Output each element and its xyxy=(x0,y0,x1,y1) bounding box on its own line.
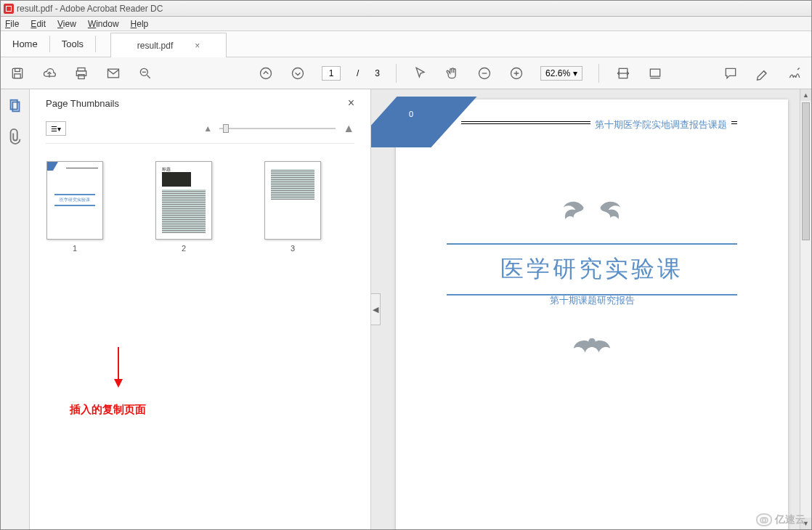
svg-rect-5 xyxy=(78,74,84,78)
small-thumb-icon[interactable]: ▲ xyxy=(203,123,212,134)
svg-rect-13 xyxy=(650,69,659,76)
tab-separator xyxy=(95,36,96,52)
annotation-arrow xyxy=(111,347,126,390)
hand-icon[interactable] xyxy=(444,65,460,81)
page-number-input[interactable] xyxy=(322,66,341,81)
fit-width-icon[interactable] xyxy=(615,65,631,81)
thumbnails-controls: ☰▾ ▲ ▲ xyxy=(46,117,354,144)
cloud-icon[interactable] xyxy=(41,65,57,81)
menu-file[interactable]: File xyxy=(5,19,19,29)
tab-document[interactable]: result.pdf × xyxy=(110,33,227,57)
scroll-up-button[interactable]: ▲ xyxy=(800,89,811,101)
close-panel-icon[interactable]: × xyxy=(348,97,354,110)
menu-view[interactable]: View xyxy=(57,19,76,29)
highlight-icon[interactable] xyxy=(755,65,771,81)
svg-point-9 xyxy=(293,68,304,78)
thumbnail-2-label: 2 xyxy=(182,244,186,253)
thumbnails-rail-icon[interactable] xyxy=(7,98,23,114)
chevron-down-icon: ▾ xyxy=(573,68,577,78)
window-title: result.pdf - Adobe Acrobat Reader DC xyxy=(17,4,163,14)
main-title: 医学研究实验课 xyxy=(447,253,737,285)
menu-help[interactable]: Help xyxy=(131,19,149,29)
thumbnails-panel: Page Thumbnails × ☰▾ ▲ ▲ 医学研究实验课 1 标题 xyxy=(30,89,371,529)
thumbnail-1-label: 1 xyxy=(73,244,77,253)
tab-tools[interactable]: Tools xyxy=(50,31,95,57)
zoom-in-icon[interactable] xyxy=(508,65,524,81)
corner-number: 0 xyxy=(409,110,413,118)
toolbar-separator xyxy=(598,64,599,83)
thumbnails-title: Page Thumbnails xyxy=(46,98,119,109)
page-down-icon[interactable] xyxy=(290,65,306,81)
navigation-rail xyxy=(1,89,30,529)
annotation-text: 插入的复制页面 xyxy=(70,403,146,417)
thumbnail-1[interactable]: 医学研究实验课 1 xyxy=(46,161,104,253)
thumbnail-3[interactable]: 3 xyxy=(264,161,322,253)
attachments-rail-icon[interactable] xyxy=(7,129,23,144)
thumbnail-1-preview: 医学研究实验课 xyxy=(46,161,103,240)
svg-point-8 xyxy=(261,68,272,78)
zoom-out-search-icon[interactable] xyxy=(137,65,153,81)
page-up-icon[interactable] xyxy=(258,65,274,81)
thumbnail-3-preview xyxy=(264,161,321,240)
toolbar: / 3 62.6%▾ xyxy=(1,57,811,89)
thumbnails-list: 医学研究实验课 1 标题 2 3 xyxy=(46,144,354,253)
page-total: 3 xyxy=(375,68,380,78)
toolbar-separator xyxy=(396,64,397,83)
subtitle: 第十期课题研究报告 xyxy=(396,294,788,307)
decorative-flourish-bottom xyxy=(572,332,612,363)
watermark: 亿速云 xyxy=(756,513,805,526)
print-icon[interactable] xyxy=(73,65,89,81)
tab-document-label: result.pdf xyxy=(137,41,173,51)
thumbnail-3-label: 3 xyxy=(291,244,295,253)
mail-icon[interactable] xyxy=(105,65,121,81)
main-title-block: 医学研究实验课 xyxy=(447,243,737,295)
menu-window[interactable]: Window xyxy=(88,19,119,29)
tab-home[interactable]: Home xyxy=(1,31,49,57)
pointer-icon[interactable] xyxy=(413,65,429,81)
menu-edit[interactable]: Edit xyxy=(31,19,46,29)
scroll-thumb[interactable] xyxy=(802,102,810,240)
svg-marker-17 xyxy=(114,379,123,388)
page-header-text: 第十期医学院实地调查报告课题 xyxy=(590,118,731,131)
vertical-scrollbar[interactable]: ▲ ▼ xyxy=(800,89,811,529)
large-thumb-icon[interactable]: ▲ xyxy=(343,122,354,135)
thumbnail-2[interactable]: 标题 2 xyxy=(155,161,213,253)
sign-icon[interactable] xyxy=(787,65,803,81)
menu-bar: File Edit View Window Help xyxy=(1,17,811,31)
watermark-text: 亿速云 xyxy=(775,513,805,526)
page-separator: / xyxy=(357,68,359,78)
svg-rect-1 xyxy=(15,68,20,71)
thumbnails-options-dropdown[interactable]: ☰▾ xyxy=(46,121,66,136)
collapse-panel-button[interactable]: ◀ xyxy=(371,293,381,325)
save-icon[interactable] xyxy=(9,65,25,81)
zoom-value: 62.6% xyxy=(545,68,570,78)
page-1: 0 第十期医学院实地调查报告课题 医学研究实验课 第十期课题研究报告 xyxy=(396,99,788,529)
thumbnail-size-slider[interactable] xyxy=(219,128,336,129)
zoom-dropdown[interactable]: 62.6%▾ xyxy=(540,66,582,81)
svg-rect-2 xyxy=(15,73,20,78)
watermark-icon xyxy=(756,513,772,526)
fit-page-icon[interactable] xyxy=(647,65,663,81)
window-titlebar: result.pdf - Adobe Acrobat Reader DC xyxy=(1,1,811,17)
zoom-out-icon[interactable] xyxy=(476,65,492,81)
content-area: Page Thumbnails × ☰▾ ▲ ▲ 医学研究实验课 1 标题 xyxy=(1,89,811,529)
tab-bar: Home Tools result.pdf × xyxy=(1,31,811,57)
close-tab-icon[interactable]: × xyxy=(195,41,200,51)
comment-icon[interactable] xyxy=(723,65,739,81)
decorative-flourish-top xyxy=(553,194,630,227)
app-icon xyxy=(4,4,14,14)
thumbnail-2-preview: 标题 xyxy=(155,161,212,240)
document-viewer[interactable]: ◀ 0 第十期医学院实地调查报告课题 医学研究实验课 第十期课题研究报告 ▲ ▼ xyxy=(371,89,811,529)
